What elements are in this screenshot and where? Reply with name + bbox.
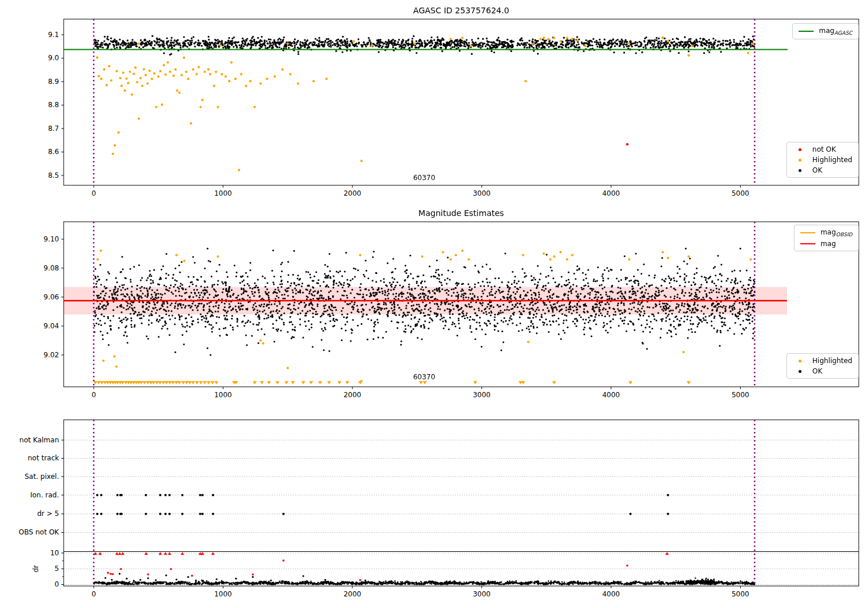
plot1-title: AGASC ID 253757624.0	[64, 6, 859, 15]
scatter-points-layer	[0, 0, 868, 608]
legend-line-swatch-icon	[800, 232, 815, 233]
legend-entry: mag	[800, 240, 852, 248]
legend-p1-mag-line: magAGASC	[792, 23, 859, 39]
legend-label: OK	[812, 367, 822, 375]
legend-p2-mag-lines: magOBSIDmag	[794, 225, 859, 251]
legend-p1-status: not OKHighlightedOK	[786, 142, 859, 178]
legend-label: mag	[821, 240, 836, 248]
legend-entry: magAGASC	[799, 27, 852, 36]
plot1-obsid-annotation: 60370	[398, 174, 450, 182]
figure-canvas: 9.19.08.98.88.78.68.50100020003000400050…	[0, 0, 868, 608]
plot2-title: Magnitude Estimates	[64, 208, 859, 218]
legend-dot-swatch-icon	[799, 148, 801, 151]
legend-dot-swatch-icon	[799, 370, 801, 373]
legend-p2-status: HighlightedOK	[786, 353, 859, 379]
legend-label: OK	[812, 166, 822, 174]
legend-entry: OK	[793, 367, 852, 375]
legend-entry: not OK	[793, 145, 852, 153]
legend-entry: magOBSID	[800, 228, 852, 237]
plot2-obsid-annotation: 60370	[398, 373, 450, 381]
legend-label: Highlighted	[812, 357, 852, 365]
legend-label: magOBSID	[821, 228, 852, 237]
legend-label: magAGASC	[819, 27, 852, 36]
legend-label: Highlighted	[812, 156, 852, 164]
legend-label: not OK	[812, 145, 836, 153]
legend-line-swatch-icon	[799, 31, 814, 32]
legend-dot-swatch-icon	[799, 169, 801, 172]
legend-dot-swatch-icon	[799, 360, 801, 362]
legend-entry: Highlighted	[793, 156, 852, 164]
legend-dot-swatch-icon	[799, 159, 801, 162]
legend-entry: OK	[793, 166, 852, 174]
legend-line-swatch-icon	[800, 243, 815, 244]
legend-entry: Highlighted	[793, 357, 852, 365]
